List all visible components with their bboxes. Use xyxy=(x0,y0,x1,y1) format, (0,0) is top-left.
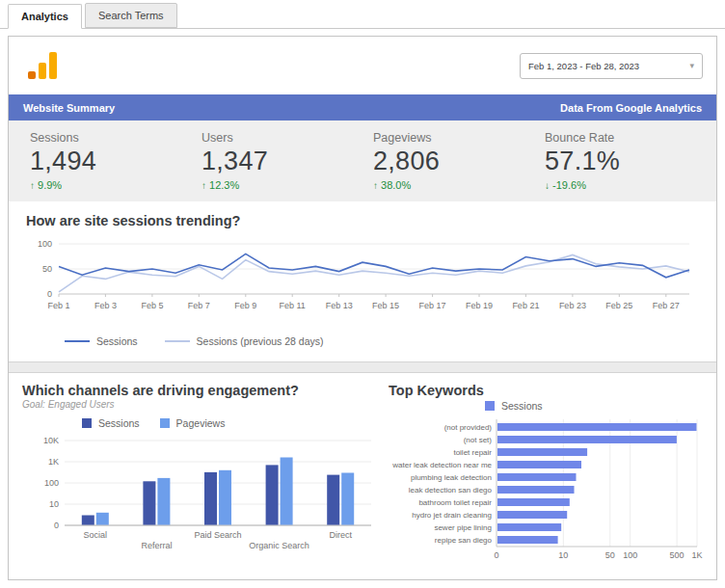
scorecards-row: Sessions 1,494 ↑ 9.9% Users 1,347 ↑ 12.3… xyxy=(9,120,716,201)
svg-text:Feb 19: Feb 19 xyxy=(466,301,493,310)
svg-text:10K: 10K xyxy=(43,436,59,445)
delta-value: -19.6% xyxy=(552,179,586,191)
svg-text:bathroom toilet repair: bathroom toilet repair xyxy=(418,498,492,507)
down-arrow-icon: ↓ xyxy=(545,180,550,191)
scorecard-pageviews: Pageviews 2,806 ↑ 38.0% xyxy=(373,131,545,191)
svg-text:hydro jet drain cleaning: hydro jet drain cleaning xyxy=(412,511,492,520)
svg-text:Feb 9: Feb 9 xyxy=(234,301,256,310)
google-analytics-logo-icon xyxy=(28,52,57,79)
banner-title: Website Summary xyxy=(23,102,115,114)
keyword-sessions-swatch xyxy=(485,401,495,411)
sessions-line-swatch xyxy=(65,340,90,342)
sessions-trend-chart[interactable]: 050100Feb 1Feb 3Feb 5Feb 7Feb 9Feb 11Feb… xyxy=(22,236,703,329)
report-tabs: Analytics Search Terms xyxy=(0,0,725,29)
logo-dot xyxy=(28,71,36,79)
channels-bar-chart[interactable]: 0101001K10KSocialReferralPaid SearchOrga… xyxy=(22,433,379,560)
logo-mid-bar xyxy=(39,63,46,79)
svg-text:toilet repair: toilet repair xyxy=(453,448,492,457)
trend-legend: Sessions Sessions (previous 28 days) xyxy=(65,333,703,350)
sessions-trend-section: How are site sessions trending? 050100Fe… xyxy=(9,201,716,361)
svg-text:Feb 27: Feb 27 xyxy=(653,301,680,310)
svg-text:(not provided): (not provided) xyxy=(444,423,493,432)
keywords-chart-section: Top Keywords Sessions 010501005001K(not … xyxy=(389,383,711,574)
report-canvas: Feb 1, 2023 - Feb 28, 2023 ▾ Website Sum… xyxy=(8,36,717,580)
svg-text:Feb 17: Feb 17 xyxy=(419,301,446,310)
keywords-bar-chart[interactable]: 010501005001K(not provided)(not set)toil… xyxy=(389,417,711,574)
svg-text:100: 100 xyxy=(44,478,59,488)
channels-chart-section: Which channels are driving engagement? G… xyxy=(22,383,379,574)
scorecard-value: 2,806 xyxy=(373,147,545,176)
svg-text:Feb 25: Feb 25 xyxy=(605,301,632,310)
svg-text:Feb 7: Feb 7 xyxy=(188,301,210,310)
scorecard-delta: ↑ 38.0% xyxy=(373,179,545,191)
svg-text:0: 0 xyxy=(47,289,52,299)
svg-text:0: 0 xyxy=(494,550,498,560)
svg-text:water leak detection near me: water leak detection near me xyxy=(391,461,492,469)
card-divider xyxy=(9,362,716,372)
svg-text:10: 10 xyxy=(49,499,59,509)
svg-text:Paid Search: Paid Search xyxy=(194,530,241,540)
svg-text:0: 0 xyxy=(54,521,59,530)
svg-text:Feb 5: Feb 5 xyxy=(141,301,163,310)
delta-value: 38.0% xyxy=(381,179,411,191)
scorecard-label: Sessions xyxy=(30,131,201,145)
chevron-down-icon: ▾ xyxy=(689,61,694,70)
svg-text:Social: Social xyxy=(84,530,108,540)
scorecard-value: 57.1% xyxy=(545,147,716,176)
svg-text:plumbing leak detection: plumbing leak detection xyxy=(411,473,492,482)
svg-text:50: 50 xyxy=(605,550,615,560)
scorecard-sessions: Sessions 1,494 ↑ 9.9% xyxy=(30,131,201,191)
scorecard-delta: ↑ 9.9% xyxy=(30,179,201,191)
scorecard-label: Pageviews xyxy=(373,131,545,145)
svg-text:Feb 13: Feb 13 xyxy=(326,301,353,310)
legend-item-sessions: Sessions xyxy=(65,335,138,347)
report-header: Feb 1, 2023 - Feb 28, 2023 ▾ xyxy=(9,37,716,94)
up-arrow-icon: ↑ xyxy=(201,180,206,191)
date-range-picker[interactable]: Feb 1, 2023 - Feb 28, 2023 ▾ xyxy=(520,53,703,79)
svg-text:Feb 1: Feb 1 xyxy=(47,301,69,310)
keywords-legend: Sessions xyxy=(485,400,711,412)
svg-text:1K: 1K xyxy=(48,457,59,467)
legend-item-previous: Sessions (previous 28 days) xyxy=(165,335,324,347)
svg-text:1K: 1K xyxy=(691,550,702,560)
sessions-swatch xyxy=(82,418,92,428)
svg-text:50: 50 xyxy=(42,264,52,274)
svg-text:Feb 3: Feb 3 xyxy=(94,301,117,310)
svg-text:Feb 21: Feb 21 xyxy=(512,301,539,310)
previous-line-swatch xyxy=(165,340,190,342)
svg-text:repipe san diego: repipe san diego xyxy=(435,536,493,545)
tab-analytics[interactable]: Analytics xyxy=(8,4,82,29)
scorecard-bounce-rate: Bounce Rate 57.1% ↓ -19.6% xyxy=(545,131,716,191)
up-arrow-icon: ↑ xyxy=(30,180,35,191)
scorecard-label: Users xyxy=(201,131,373,145)
delta-value: 12.3% xyxy=(209,179,239,191)
svg-text:Feb 11: Feb 11 xyxy=(280,301,306,310)
scorecard-value: 1,347 xyxy=(201,147,373,176)
svg-text:Referral: Referral xyxy=(141,541,172,550)
svg-text:(not set): (not set) xyxy=(464,436,493,444)
delta-value: 9.9% xyxy=(38,179,62,191)
svg-text:Organic Search: Organic Search xyxy=(249,541,309,550)
channels-chart-subtitle: Goal: Engaged Users xyxy=(22,399,379,410)
logo-tall-bar xyxy=(49,52,57,79)
pageviews-swatch xyxy=(160,418,170,428)
scorecard-users: Users 1,347 ↑ 12.3% xyxy=(201,131,373,191)
banner-source: Data From Google Analytics xyxy=(560,102,702,114)
svg-text:500: 500 xyxy=(670,550,685,560)
legend-label: Sessions xyxy=(98,417,140,429)
svg-text:Feb 15: Feb 15 xyxy=(372,301,399,310)
svg-text:10: 10 xyxy=(558,550,568,560)
svg-text:100: 100 xyxy=(38,239,52,249)
tab-search-terms[interactable]: Search Terms xyxy=(85,3,177,28)
engagement-card: Which channels are driving engagement? G… xyxy=(9,372,716,579)
svg-text:leak detection san diego: leak detection san diego xyxy=(409,486,493,494)
scorecard-label: Bounce Rate xyxy=(545,131,716,145)
scorecard-delta: ↓ -19.6% xyxy=(545,179,716,191)
trend-chart-title: How are site sessions trending? xyxy=(26,213,703,228)
legend-label: Sessions xyxy=(501,400,543,412)
date-range-value: Feb 1, 2023 - Feb 28, 2023 xyxy=(528,61,639,71)
summary-card: Feb 1, 2023 - Feb 28, 2023 ▾ Website Sum… xyxy=(9,37,716,362)
channels-chart-title: Which channels are driving engagement? xyxy=(22,383,379,398)
svg-text:sewer pipe lining: sewer pipe lining xyxy=(434,523,492,532)
svg-text:Feb 23: Feb 23 xyxy=(559,301,586,310)
